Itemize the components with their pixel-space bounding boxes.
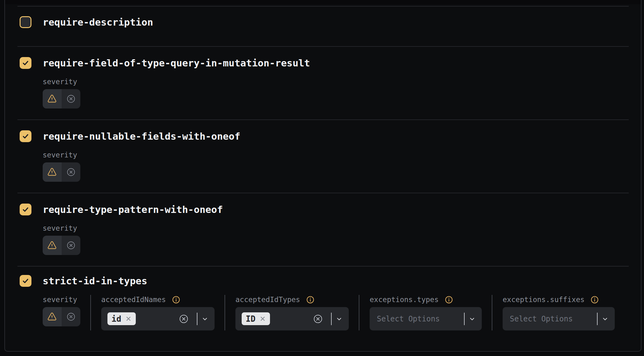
rule-name: strict-id-in-types [43, 275, 147, 286]
rule-checkbox[interactable] [20, 130, 31, 142]
severity-off-button[interactable] [62, 89, 81, 108]
option-label: exceptions.suffixes [503, 296, 585, 304]
chevron-down-icon[interactable] [336, 315, 343, 322]
rule-name: require-nullable-fields-with-oneof [43, 131, 240, 142]
check-icon [21, 277, 30, 285]
clear-all-icon[interactable] [179, 314, 189, 324]
separator [464, 313, 465, 325]
warning-triangle-icon [47, 240, 57, 250]
select-placeholder: Select Options [377, 315, 440, 323]
severity-off-button[interactable] [62, 236, 81, 255]
top-strip [5, 0, 641, 4]
check-icon [21, 132, 30, 140]
check-icon [21, 205, 30, 214]
separator [597, 313, 598, 325]
clear-all-icon[interactable] [313, 314, 323, 324]
chevron-down-icon[interactable] [469, 315, 476, 322]
severity-warn-button[interactable] [43, 89, 62, 108]
selected-tag: ID [242, 312, 270, 325]
severity-off-button[interactable] [62, 307, 81, 326]
rule-checkbox[interactable] [20, 275, 31, 287]
rules-panel: require-description require-field-of-typ… [4, 0, 642, 352]
severity-option: severity [43, 77, 90, 108]
severity-option: severity [43, 295, 90, 330]
chevron-down-icon[interactable] [602, 315, 608, 322]
circle-x-icon [66, 167, 76, 177]
rule-name: require-description [43, 17, 153, 28]
severity-toggle [43, 307, 80, 326]
check-icon [21, 59, 30, 67]
tag-remove-icon[interactable] [125, 315, 132, 322]
acceptedIdNames-multiselect[interactable]: id [101, 307, 215, 330]
exceptions-suffixes-option: exceptions.suffixes Select Options [492, 295, 625, 330]
severity-toggle [43, 162, 80, 182]
severity-toggle [43, 89, 80, 108]
exceptions-types-select[interactable]: Select Options [370, 307, 482, 330]
warning-triangle-icon [47, 312, 57, 322]
chevron-down-icon[interactable] [201, 315, 208, 322]
exceptions-suffixes-select[interactable]: Select Options [503, 307, 615, 330]
info-icon[interactable] [172, 296, 180, 304]
severity-off-button[interactable] [62, 162, 81, 182]
severity-label: severity [43, 78, 77, 86]
rule-checkbox[interactable] [20, 16, 31, 28]
acceptedIdNames-option: acceptedIdNames id [90, 295, 225, 330]
rule-row: strict-id-in-types severity acceptedIdNa… [17, 266, 629, 353]
tag-remove-icon[interactable] [259, 315, 266, 322]
rule-checkbox[interactable] [20, 204, 31, 215]
info-icon[interactable] [590, 296, 599, 304]
selected-tag: id [107, 312, 136, 325]
rule-checkbox[interactable] [20, 57, 31, 69]
severity-option: severity [43, 150, 90, 182]
rule-name: require-type-pattern-with-oneof [43, 204, 223, 215]
info-icon[interactable] [445, 296, 453, 304]
acceptedIdTypes-multiselect[interactable]: ID [235, 307, 349, 330]
severity-label: severity [43, 296, 77, 304]
tag-label: id [111, 314, 121, 324]
severity-warn-button[interactable] [43, 162, 62, 182]
warning-triangle-icon [47, 167, 57, 177]
select-placeholder: Select Options [510, 315, 573, 323]
separator [331, 313, 332, 325]
rule-row: require-type-pattern-with-oneof severity [17, 193, 629, 266]
exceptions-types-option: exceptions.types Select Options [359, 295, 492, 330]
acceptedIdTypes-option: acceptedIdTypes ID [225, 295, 359, 330]
warning-triangle-icon [47, 94, 57, 104]
circle-x-icon [66, 94, 76, 103]
separator [197, 313, 197, 325]
tag-label: ID [246, 314, 255, 324]
circle-x-icon [66, 241, 76, 250]
severity-option: severity [43, 224, 90, 255]
option-label: acceptedIdTypes [235, 296, 300, 304]
severity-warn-button[interactable] [43, 307, 62, 326]
option-label: exceptions.types [370, 296, 439, 304]
rule-row: require-description [17, 6, 629, 46]
rule-row: require-field-of-type-query-in-mutation-… [17, 46, 629, 119]
severity-label: severity [43, 224, 77, 232]
info-icon[interactable] [306, 296, 315, 304]
rule-row: require-nullable-fields-with-oneof sever… [17, 119, 629, 193]
severity-warn-button[interactable] [43, 236, 62, 255]
circle-x-icon [66, 312, 76, 321]
rule-name: require-field-of-type-query-in-mutation-… [43, 57, 310, 69]
severity-toggle [43, 236, 80, 255]
severity-label: severity [43, 151, 77, 159]
option-label: acceptedIdNames [101, 296, 166, 304]
